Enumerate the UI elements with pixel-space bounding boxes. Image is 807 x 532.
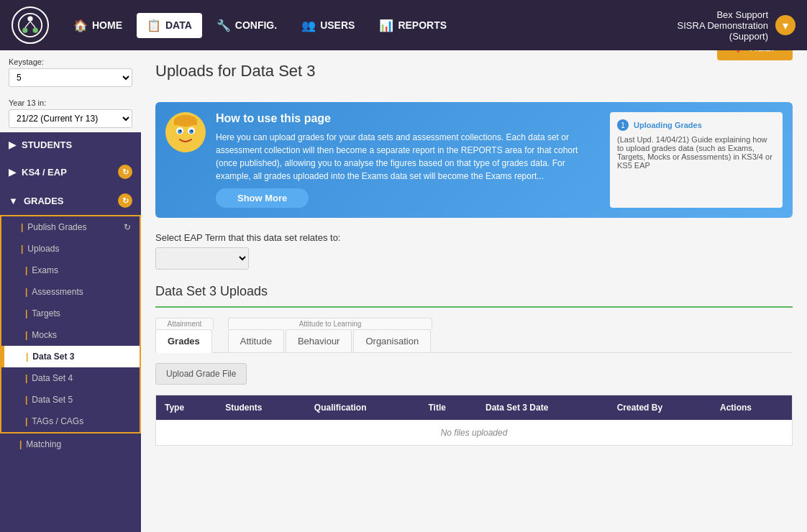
eap-section: Select EAP Term that this data set relat… [155,232,793,270]
info-avatar [165,112,206,152]
sidebar-item-mocks[interactable]: | Mocks [1,324,140,346]
page-header: Uploads for Data Set 3 ❓ HELP [155,62,793,91]
sidebar-item-tags-cags[interactable]: | TAGs / CAGs [1,411,140,432]
year13-select[interactable]: 21/22 (Current Yr 13) [9,109,132,128]
attainment-tabs: Grades [155,329,214,352]
nav-items: 🏠 HOME 📋 DATA 🔧 CONFIG. 👥 USERS 📊 REPORT… [63,13,678,38]
eap-select[interactable] [155,247,249,270]
uploads-title: Data Set 3 Uploads [155,284,793,299]
show-more-button[interactable]: Show More [216,188,309,208]
guide-link[interactable]: Uploading Grades [634,121,702,129]
sidebar-section-ks4eap[interactable]: ▶ KS4 / EAP ↻ [0,157,141,186]
table-header: Type Students Qualification Title Data S… [156,395,793,421]
user-dropdown-btn[interactable]: ▾ [775,15,795,35]
tab-organisation[interactable]: Organisation [353,329,431,352]
uploads-table: Type Students Qualification Title Data S… [155,395,793,446]
nav-config[interactable]: 🔧 CONFIG. [206,13,287,38]
help-icon: ❓ [731,50,745,53]
year13-label: Year 13 in: [9,98,132,107]
svg-line-4 [25,22,30,28]
nav-home[interactable]: 🏠 HOME [63,13,132,38]
guide-number: 1 [617,119,629,131]
info-guide: 1 Uploading Grades (Last Upd. 14/04/21) … [610,112,783,208]
section-arrow-ks4eap: ▶ [9,167,16,178]
table-empty-message: No files uploaded [156,421,793,446]
tab-row: Attainment Grades Attitude to Learning A… [155,318,793,353]
page-title: Uploads for Data Set 3 [155,62,316,81]
publish-grades-refresh-icon[interactable]: ↻ [124,222,131,232]
org-sub: (Support) [678,31,768,42]
sidebar-section-grades[interactable]: ▼ GRADES ↻ [0,186,141,215]
col-type: Type [156,395,217,421]
config-icon: 🔧 [216,19,231,32]
ks4eap-refresh-icon[interactable]: ↻ [118,165,132,179]
svg-rect-8 [174,119,197,125]
home-icon: 🏠 [73,19,88,32]
guide-text: (Last Upd. 14/04/21) Guide explaining ho… [617,135,775,170]
users-icon: 👥 [301,19,316,32]
attitude-learning-tabs: Attitude Behaviour Organisation [228,329,432,352]
sidebar-item-assessments[interactable]: | Assessments [1,281,140,303]
svg-point-2 [22,28,27,33]
tabs-container: Attainment Grades Attitude to Learning A… [155,318,793,353]
table-header-row: Type Students Qualification Title Data S… [156,395,793,421]
data-icon: 📋 [147,19,161,32]
upload-grade-file-button[interactable]: Upload Grade File [155,363,247,385]
attitude-learning-group: Attitude to Learning Attitude Behaviour … [228,318,432,352]
info-title: How to use this page [216,112,600,125]
nav-users[interactable]: 👥 USERS [291,13,365,38]
keystage-select[interactable]: 5 [9,68,132,87]
attitude-learning-group-label: Attitude to Learning [228,318,432,329]
sidebar-item-exams[interactable]: | Exams [1,260,140,281]
table-empty-row: No files uploaded [156,421,793,446]
tab-behaviour[interactable]: Behaviour [286,329,352,352]
tab-attitude[interactable]: Attitude [228,329,284,352]
info-box: How to use this page Here you can upload… [155,102,793,218]
keystage-label: Keystage: [9,58,132,66]
nav-reports[interactable]: 📊 REPORTS [369,13,457,38]
svg-point-1 [27,16,32,21]
svg-point-12 [189,129,193,134]
info-text: Here you can upload grades for your data… [216,131,600,183]
keystage-filter: Keystage: 5 [0,50,141,91]
sidebar-item-publish-grades[interactable]: | Publish Grades ↻ [1,216,140,238]
main-content: Uploads for Data Set 3 ❓ HELP [141,50,807,532]
logo[interactable] [12,6,49,44]
col-actions: Actions [711,395,792,421]
section-arrow-grades: ▼ [9,196,18,206]
year13-filter: Year 13 in: 21/22 (Current Yr 13) [0,91,141,132]
svg-point-13 [180,130,181,132]
attainment-group-label: Attainment [155,318,214,329]
svg-point-3 [33,28,38,33]
nav-data[interactable]: 📋 DATA [137,13,202,38]
col-students: Students [216,395,306,421]
reports-icon: 📊 [379,19,393,32]
sidebar-item-dataset5[interactable]: | Data Set 5 [1,389,140,411]
sidebar-item-matching[interactable]: | Matching [0,434,141,455]
sidebar-section-students[interactable]: ▶ STUDENTS [0,132,141,157]
layout: Keystage: 5 Year 13 in: 21/22 (Current Y… [0,50,807,532]
sidebar-item-dataset4[interactable]: | Data Set 4 [1,367,140,389]
table-body: No files uploaded [156,421,793,446]
col-created-by: Created By [608,395,711,421]
uploads-section: Data Set 3 Uploads Attainment Grades At [155,284,793,446]
tab-grades[interactable]: Grades [155,329,212,353]
col-date: Data Set 3 Date [477,395,608,421]
sidebar: Keystage: 5 Year 13 in: 21/22 (Current Y… [0,50,141,532]
user-info: Bex Support SISRA Demonstration (Support… [678,9,795,42]
org-name: SISRA Demonstration [678,20,768,31]
sidebar-item-targets[interactable]: | Targets [1,303,140,324]
eap-label: Select EAP Term that this data set relat… [155,232,793,243]
info-content: How to use this page Here you can upload… [216,112,600,208]
grades-group: | Publish Grades ↻ | Uploads | Exams | A… [0,215,141,434]
svg-point-14 [191,130,193,132]
grades-refresh-icon[interactable]: ↻ [118,193,132,208]
top-nav: 🏠 HOME 📋 DATA 🔧 CONFIG. 👥 USERS 📊 REPORT… [0,0,807,50]
svg-point-11 [178,129,182,134]
col-title: Title [419,395,477,421]
sidebar-item-dataset3[interactable]: | Data Set 3 [1,346,140,367]
user-name: Bex Support [678,9,768,20]
help-button[interactable]: ❓ HELP [717,50,793,60]
sidebar-item-uploads[interactable]: | Uploads [1,238,140,260]
section-arrow-students: ▶ [9,139,16,150]
